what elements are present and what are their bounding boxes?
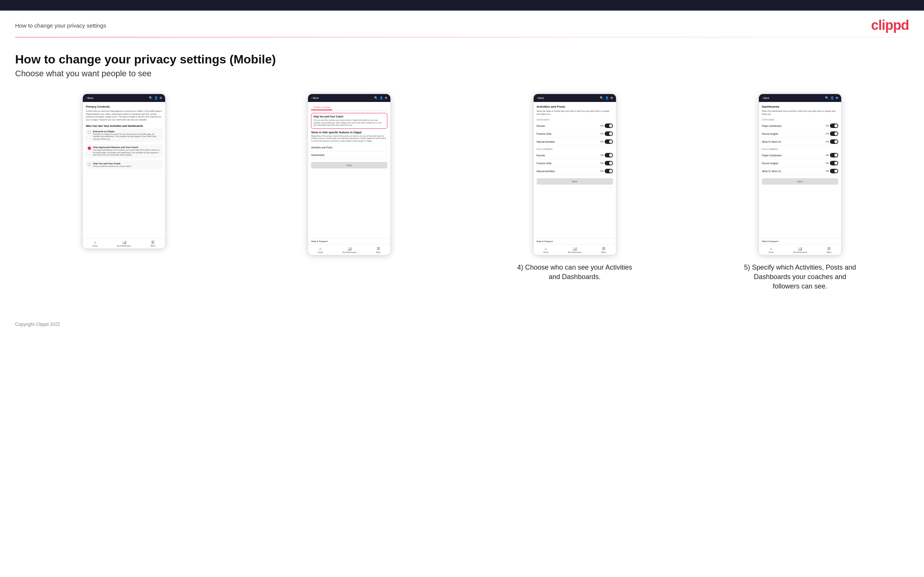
coaches-manual-toggle[interactable]: [605, 139, 613, 144]
radio-coach-only[interactable]: [88, 163, 91, 166]
followers-drills-toggle-wrapper: ON: [600, 161, 612, 165]
option-coach-only-desc: Only you and the coaches you connect wit…: [93, 165, 131, 168]
settings-icon[interactable]: ⚙: [160, 96, 162, 100]
coaches-rounds-on: ON: [600, 125, 603, 127]
followers-drills-toggle[interactable]: [605, 161, 613, 165]
toggle-coaches-rounds: Rounds ON: [536, 122, 613, 130]
followers-rounds-on: ON: [600, 154, 603, 156]
phone-1: ‹ Back 🔍 👤 ⚙ Privacy Controls Control ho…: [82, 93, 166, 249]
coaches-round-insights-toggle[interactable]: [830, 131, 838, 136]
toggle-coaches-manual: Manual Activities ON: [536, 138, 613, 146]
save-button-4[interactable]: Save: [762, 178, 838, 185]
followers-player-dash-wrapper: ON: [826, 153, 838, 158]
option-followers-desc: Only approved followers and coaches you …: [93, 149, 160, 156]
tab-menu-2[interactable]: ☰ Menu: [376, 247, 381, 253]
followers-player-dash-label: Player Dashboard: [762, 154, 782, 157]
menu-icon-4: ☰: [827, 247, 831, 251]
coaches-work-on-toggle[interactable]: [830, 139, 838, 144]
followers-manual-toggle-wrapper: ON: [600, 169, 612, 173]
tab-performance-3[interactable]: 📊 My Performance: [568, 247, 582, 253]
coaches-manual-label: Manual Activities: [536, 140, 555, 143]
search-icon-2[interactable]: 🔍: [374, 96, 378, 100]
top-bar: [0, 0, 924, 11]
tab-menu-label-2: Menu: [376, 251, 381, 253]
person-icon-4[interactable]: 👤: [830, 96, 834, 100]
main-content: How to change your privacy settings (Mob…: [0, 37, 924, 314]
phone-2-tab-bar: ⌂ Home 📊 My Performance ☰ Menu: [308, 244, 390, 255]
menu-icon-3: ☰: [602, 247, 606, 251]
tab-performance-4[interactable]: 📊 My Performance: [793, 247, 807, 253]
phone-2-body: Privacy Controls Only You and Your Coach…: [308, 102, 390, 238]
nav-activities[interactable]: Activities and Posts ›: [311, 144, 388, 152]
highlight-box: Only You and Your Coach Only you and the…: [311, 113, 388, 129]
phone-3-header: ‹ Back 🔍 👤 ⚙: [534, 94, 616, 102]
nav-dashboards[interactable]: Dashboards ›: [311, 152, 388, 159]
coaches-manual-toggle-wrapper: ON: [600, 139, 612, 144]
tab-menu-3[interactable]: ☰ Menu: [601, 247, 606, 253]
tab-performance-1[interactable]: 📊 My Performance: [117, 240, 131, 247]
followers-manual-toggle[interactable]: [605, 169, 613, 173]
followers-round-insights-wrapper: ON: [826, 161, 838, 165]
phone-2-back[interactable]: ‹ Back: [311, 97, 318, 99]
coaches-work-on-on: ON: [826, 140, 829, 143]
coaches-rounds-toggle[interactable]: [605, 124, 613, 128]
toggle-coaches-work-on: What To Work On ON: [762, 138, 838, 146]
coaches-rounds-toggle-wrapper: ON: [600, 124, 612, 128]
search-icon[interactable]: 🔍: [149, 96, 153, 100]
highlight-desc: Only you and the coaches you connect wit…: [313, 119, 385, 126]
person-icon-2[interactable]: 👤: [380, 96, 383, 100]
tab-performance-2[interactable]: 📊 My Performance: [342, 247, 356, 253]
coaches-player-dash-toggle[interactable]: [830, 124, 838, 128]
caption-5: 5) Specify which Activities, Posts and D…: [740, 263, 861, 292]
option-coach-only-text: Only You and Your Coach Only you and the…: [93, 162, 131, 168]
tab-home-4[interactable]: ⌂ Home: [769, 247, 774, 253]
tab-menu-label-1: Menu: [151, 245, 156, 247]
tab-home-1[interactable]: ⌂ Home: [92, 240, 97, 247]
tab-menu-4[interactable]: ☰ Menu: [827, 247, 832, 253]
followers-manual-on: ON: [600, 170, 603, 172]
page-title: How to change your privacy settings (Mob…: [15, 53, 909, 66]
tab-menu-label-4: Menu: [827, 251, 832, 253]
phone-3-back[interactable]: ‹ Back: [536, 97, 544, 99]
coaches-drills-toggle[interactable]: [605, 131, 613, 136]
option-everyone[interactable]: Everyone on Clippd Everyone on Clippd ca…: [86, 128, 162, 142]
coaches-round-insights-label: Round Insights: [762, 132, 778, 135]
tab-home-2[interactable]: ⌂ Home: [318, 247, 323, 253]
phone-1-back[interactable]: ‹ Back: [86, 97, 93, 99]
settings-icon-3[interactable]: ⚙: [610, 96, 613, 100]
toggle-followers-work-on: What To Work On ON: [762, 167, 838, 175]
save-button-2[interactable]: Save: [311, 162, 388, 168]
radio-everyone[interactable]: [88, 131, 91, 134]
privacy-tab-active[interactable]: Privacy Controls: [311, 105, 332, 110]
settings-icon-2[interactable]: ⚙: [385, 96, 388, 100]
screenshot-group-4: ‹ Back 🔍 👤 ⚙ Dashboards Select the dashb…: [691, 93, 909, 292]
followers-drills-on: ON: [600, 162, 603, 164]
chart-icon-3: 📊: [573, 247, 577, 251]
search-icon-3[interactable]: 🔍: [600, 96, 604, 100]
followers-rounds-toggle[interactable]: [605, 153, 613, 158]
phone-4-back[interactable]: ‹ Back: [762, 97, 769, 99]
coaches-label-4: COACHES: [762, 119, 838, 121]
save-button-3[interactable]: Save: [536, 178, 613, 185]
coaches-drills-on: ON: [600, 132, 603, 135]
tab-home-3[interactable]: ⌂ Home: [543, 247, 548, 253]
option-everyone-label: Everyone on Clippd: [93, 130, 160, 132]
followers-round-insights-toggle[interactable]: [830, 161, 838, 165]
coaches-player-dash-label: Player Dashboard: [762, 125, 782, 127]
followers-player-dash-toggle[interactable]: [830, 153, 838, 158]
settings-icon-4[interactable]: ⚙: [835, 96, 838, 100]
person-icon[interactable]: 👤: [154, 96, 158, 100]
option-coach-only[interactable]: Only You and Your Coach Only you and the…: [86, 161, 162, 169]
privacy-tabs: Privacy Controls: [311, 105, 388, 111]
followers-work-on-toggle[interactable]: [830, 169, 838, 173]
radio-followers[interactable]: [88, 147, 91, 150]
search-icon-4[interactable]: 🔍: [825, 96, 829, 100]
person-icon-3[interactable]: 👤: [605, 96, 609, 100]
option-followers[interactable]: Only Approved Followers and Your Coach O…: [86, 144, 162, 158]
tab-menu-1[interactable]: ☰ Menu: [151, 240, 156, 247]
help-bar-2: Help & Support: [308, 238, 390, 244]
coaches-player-dash-wrapper: ON: [826, 124, 838, 128]
followers-drills-label: Practice Drills: [536, 162, 552, 164]
section2-title: Show or hide specific features in Clippd: [311, 131, 388, 134]
phone-3-section-title: Activities and Posts: [536, 105, 613, 108]
